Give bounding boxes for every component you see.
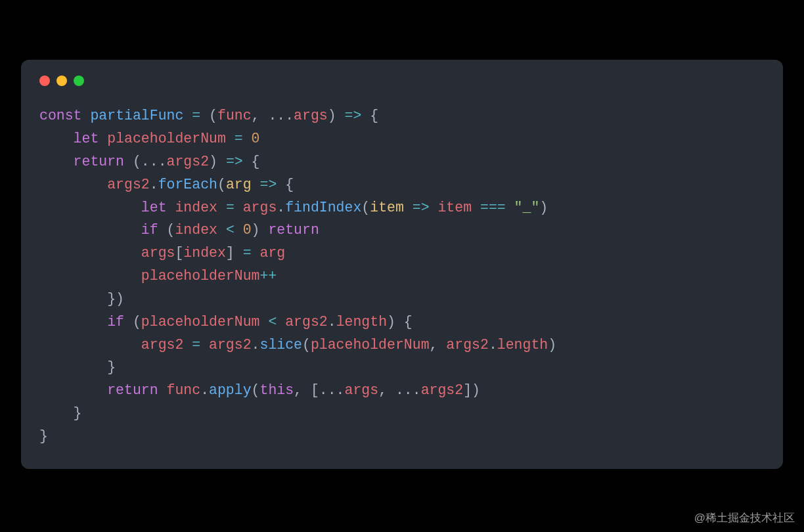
code-token: args xyxy=(243,200,277,215)
code-token xyxy=(99,131,107,146)
code-token: args xyxy=(345,382,379,398)
code-token: let xyxy=(74,131,99,146)
code-token: item xyxy=(437,200,472,215)
code-token: args xyxy=(294,108,328,123)
code-token: ( xyxy=(124,314,141,330)
code-token xyxy=(506,200,514,215)
code-token: placeholderNum xyxy=(107,131,226,146)
code-token: === xyxy=(480,200,506,215)
page-stage: const partialFunc = (func, ...args) => {… xyxy=(0,0,804,510)
code-token: = xyxy=(192,108,200,123)
code-token: < xyxy=(226,222,234,238)
code-token: ( xyxy=(361,200,370,215)
code-token: placeholderNum xyxy=(141,268,260,284)
code-token xyxy=(39,268,141,284)
code-token: { xyxy=(243,154,260,169)
code-token: length xyxy=(497,337,548,353)
code-token xyxy=(39,177,107,192)
code-token: ) xyxy=(539,200,548,215)
code-token: ( xyxy=(217,177,226,192)
code-token xyxy=(183,108,192,123)
code-token: , [... xyxy=(294,382,344,398)
code-token: func xyxy=(217,108,252,123)
code-token: ) xyxy=(328,108,345,123)
code-token: args xyxy=(141,245,175,261)
code-token: findIndex xyxy=(285,200,361,215)
code-token: slice xyxy=(259,337,302,353)
code-token: forEach xyxy=(158,177,217,192)
code-token: ] xyxy=(226,245,243,261)
code-token: => xyxy=(413,200,430,215)
code-token xyxy=(158,382,167,398)
code-token: ( xyxy=(252,382,260,398)
code-token: return xyxy=(107,382,158,398)
code-window: const partialFunc = (func, ...args) => {… xyxy=(21,60,783,468)
code-token xyxy=(39,382,107,398)
code-token: "_" xyxy=(514,200,540,215)
code-token: if xyxy=(141,222,158,238)
code-token xyxy=(234,200,243,215)
zoom-icon[interactable] xyxy=(74,76,84,86)
code-token xyxy=(39,154,74,169)
code-token xyxy=(39,245,141,261)
code-block: const partialFunc = (func, ...args) => {… xyxy=(39,104,765,447)
code-token: . xyxy=(277,200,285,215)
code-token: let xyxy=(141,200,167,215)
code-token: => xyxy=(345,108,362,123)
code-token: ) xyxy=(252,222,269,238)
code-token xyxy=(217,222,226,238)
code-token xyxy=(226,131,234,146)
code-token xyxy=(82,108,91,123)
code-token xyxy=(39,200,141,215)
code-token: < xyxy=(268,314,277,330)
code-token: => xyxy=(260,177,277,192)
minimize-icon[interactable] xyxy=(56,76,67,86)
code-token xyxy=(39,314,107,330)
code-token: length xyxy=(336,314,387,330)
code-token: . xyxy=(328,314,336,330)
code-token: } xyxy=(39,405,82,421)
code-token xyxy=(183,337,192,353)
code-token xyxy=(234,222,243,238)
code-token: arg xyxy=(226,177,252,192)
code-token: args2 xyxy=(167,154,210,169)
code-token xyxy=(277,314,285,330)
code-token: . xyxy=(150,177,158,192)
code-token xyxy=(472,200,480,215)
code-token xyxy=(39,222,141,238)
code-token: index xyxy=(183,245,226,261)
code-token: . xyxy=(252,337,260,353)
code-token xyxy=(252,245,260,261)
code-token: ]) xyxy=(463,382,480,398)
code-token: { xyxy=(361,108,378,123)
code-token: return xyxy=(268,222,319,238)
code-token: , ... xyxy=(378,382,421,398)
code-token: => xyxy=(226,154,243,169)
code-token: args2 xyxy=(141,337,184,353)
code-token: ) { xyxy=(387,314,413,330)
code-token: 0 xyxy=(252,131,260,146)
code-token: } xyxy=(39,359,116,375)
code-token: placeholderNum xyxy=(141,314,260,330)
window-titlebar xyxy=(39,76,765,86)
code-token: ++ xyxy=(259,268,277,284)
code-token: ( xyxy=(302,337,311,353)
close-icon[interactable] xyxy=(39,76,50,86)
code-token xyxy=(200,337,209,353)
code-token: = xyxy=(243,245,252,261)
code-token: args2 xyxy=(446,337,489,353)
code-token: ) xyxy=(209,154,226,169)
code-token: , ... xyxy=(252,108,294,123)
watermark-text: @稀土掘金技术社区 xyxy=(0,510,804,532)
code-token xyxy=(252,177,260,192)
code-token: args2 xyxy=(285,314,328,330)
code-token: if xyxy=(107,314,124,330)
code-token: index xyxy=(175,200,217,215)
code-token: 0 xyxy=(243,222,252,238)
code-token: }) xyxy=(39,291,124,307)
code-token: = xyxy=(234,131,243,146)
code-token: args2 xyxy=(209,337,252,353)
code-token: = xyxy=(226,200,234,215)
code-token: placeholderNum xyxy=(311,337,430,353)
code-token: args2 xyxy=(107,177,150,192)
